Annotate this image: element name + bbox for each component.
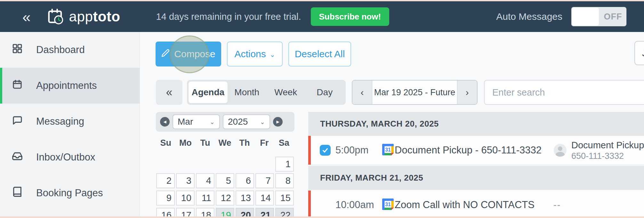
weekday-label: Th — [235, 138, 254, 148]
calendar-day-cell[interactable]: 13 — [236, 191, 254, 206]
svg-text:31: 31 — [385, 147, 391, 152]
calendar-week-row: 2 3 4 5 6 7 8 — [156, 173, 294, 188]
month-select-value: Mar — [178, 117, 193, 127]
calendar-day-cell[interactable]: 7 — [255, 173, 274, 188]
year-select[interactable]: 2025 ⌄ — [223, 114, 270, 129]
sidebar-item-dashboard[interactable]: Dashboard — [0, 32, 140, 68]
subscribe-now-button[interactable]: Subscribe now! — [311, 7, 390, 26]
calendar-day-cell[interactable]: 4 — [196, 173, 214, 188]
apptoto-wordmark: apptoto — [69, 9, 120, 25]
calendar-day-cell — [216, 157, 234, 172]
view-switcher: Agenda Month Week Day — [187, 80, 346, 105]
calendar-week-row: 9 10 11 12 13 14 15 — [156, 191, 294, 206]
sidebar-item-label: Inbox/Outbox — [36, 152, 95, 163]
year-select-value: 2025 — [228, 117, 248, 127]
calendar-day-cell — [156, 157, 175, 172]
calendar-day-cell[interactable]: 6 — [236, 173, 254, 188]
calendar-day-cell[interactable]: 10 — [176, 191, 195, 206]
event-title[interactable]: Zoom Call with NO CONTACTS — [395, 199, 535, 211]
weekday-label: Fr — [254, 138, 274, 148]
apptoto-calendar-clock-icon — [46, 8, 65, 25]
sidebar-collapse-icon[interactable]: « — [22, 9, 31, 24]
tab-agenda[interactable]: Agenda — [189, 82, 228, 103]
tab-day[interactable]: Day — [305, 82, 344, 103]
screen-edge-top — [0, 0, 644, 1]
contact-avatar[interactable] — [554, 144, 567, 157]
calendar-day-cell[interactable]: 1 — [275, 157, 294, 172]
mini-calendar-next-button[interactable]: ▶ — [273, 117, 283, 127]
calendar-day-cell[interactable]: 5 — [216, 173, 234, 188]
pencil-icon — [161, 49, 170, 59]
compose-label: Compose — [174, 49, 215, 59]
calendar-day-cell[interactable]: 9 — [156, 191, 175, 206]
tab-month[interactable]: Month — [228, 82, 267, 103]
weekday-label: Tu — [195, 138, 215, 148]
mini-calendar-prev-button[interactable]: ◀ — [160, 117, 170, 127]
top-navbar: « apptoto 14 days remaining in your free… — [0, 0, 644, 32]
chevron-down-icon: ⌄ — [270, 51, 275, 58]
sidebar-item-label: Booking Pages — [36, 187, 103, 199]
toggle-knob — [572, 8, 599, 26]
date-range-navigator: ‹ Mar 19 2025 - Future › — [352, 80, 478, 105]
trial-remaining-text: 14 days remaining in your free trial. — [156, 12, 301, 22]
calendar-day-cell — [236, 157, 254, 172]
dashboard-grid-icon — [12, 43, 23, 57]
sidebar-nav: Dashboard Appointments Messaging Inbox/O… — [0, 32, 140, 218]
weekday-header-row: Su Mo Tu We Th Fr Sa — [156, 138, 294, 148]
google-calendar-icon[interactable]: 31 — [382, 144, 394, 157]
event-checkbox-checked[interactable] — [320, 145, 331, 156]
deselect-all-button[interactable]: Deselect All — [288, 42, 351, 66]
no-contact-placeholder: -- — [553, 200, 561, 210]
sidebar-item-messaging[interactable]: Messaging — [0, 104, 140, 139]
user-menu-button[interactable]: J — [634, 41, 644, 65]
tab-week[interactable]: Week — [266, 82, 305, 103]
sidebar-item-label: Messaging — [36, 116, 84, 127]
weekday-label: Mo — [176, 138, 196, 148]
apptoto-logo[interactable]: apptoto — [46, 8, 120, 25]
weekday-label: We — [215, 138, 235, 148]
date-range-label[interactable]: Mar 19 2025 - Future — [372, 81, 457, 104]
svg-text:31: 31 — [385, 202, 391, 207]
agenda-day-header: FRIDAY, MARCH 21, 2025 — [308, 166, 644, 190]
google-calendar-icon[interactable]: 31 — [382, 198, 394, 212]
sidebar-item-label: Dashboard — [36, 44, 85, 56]
date-prev-button[interactable]: ‹ — [352, 81, 372, 104]
inbox-tray-icon — [12, 151, 23, 164]
chevron-down-icon: ⌄ — [210, 118, 215, 126]
agenda-event-row[interactable]: 10:00am 31 Zoom Call with NO CONTACTS -- — [308, 191, 644, 218]
date-next-button[interactable]: › — [457, 81, 477, 104]
calendar-week-row: 1 — [156, 157, 294, 172]
calendar-day-cell[interactable]: 14 — [255, 191, 274, 206]
navbar-right-group: Auto Messages OFF — [496, 7, 626, 26]
contact-name[interactable]: Document Pickup — [571, 140, 644, 151]
agenda-event-row[interactable]: 5:00pm 31 Document Pickup - 650-111-3332… — [308, 136, 644, 165]
sidebar-item-inbox-outbox[interactable]: Inbox/Outbox — [0, 139, 140, 175]
checkmark-icon — [322, 147, 329, 154]
sidebar-item-booking-pages[interactable]: Booking Pages — [0, 175, 140, 211]
calendar-day-cell[interactable]: 11 — [196, 191, 214, 206]
month-select[interactable]: Mar ⌄ — [173, 114, 220, 129]
calendar-day-cell[interactable]: 12 — [216, 191, 234, 206]
compose-button[interactable]: Compose — [156, 42, 221, 66]
auto-messages-toggle[interactable]: OFF — [571, 7, 626, 26]
calendar-day-cell — [255, 157, 274, 172]
calendar-day-cell[interactable]: 8 — [275, 173, 294, 188]
agenda-day-header: THURSDAY, MARCH 20, 2025 — [308, 112, 644, 136]
event-time: 10:00am — [335, 199, 374, 211]
calendar-icon — [12, 79, 23, 92]
calendar-day-cell[interactable]: 15 — [275, 191, 294, 206]
event-color-bar — [308, 136, 311, 165]
calendar-day-cell — [196, 157, 214, 172]
toggle-state-label: OFF — [600, 7, 626, 26]
contact-phone: 650-111-3332 — [571, 151, 624, 161]
chevron-down-icon: ⌄ — [260, 118, 265, 126]
collapse-panel-button[interactable]: « — [156, 80, 182, 105]
calendar-day-cell — [176, 157, 195, 172]
calendar-day-cell[interactable]: 3 — [176, 173, 195, 188]
event-title[interactable]: Document Pickup - 650-111-3332 — [395, 144, 542, 156]
search-input[interactable] — [484, 80, 644, 105]
sidebar-item-appointments[interactable]: Appointments — [0, 68, 140, 104]
calendar-day-cell[interactable]: 2 — [156, 173, 175, 188]
actions-dropdown-button[interactable]: Actions ⌄ — [227, 42, 283, 66]
event-color-bar — [308, 191, 311, 218]
